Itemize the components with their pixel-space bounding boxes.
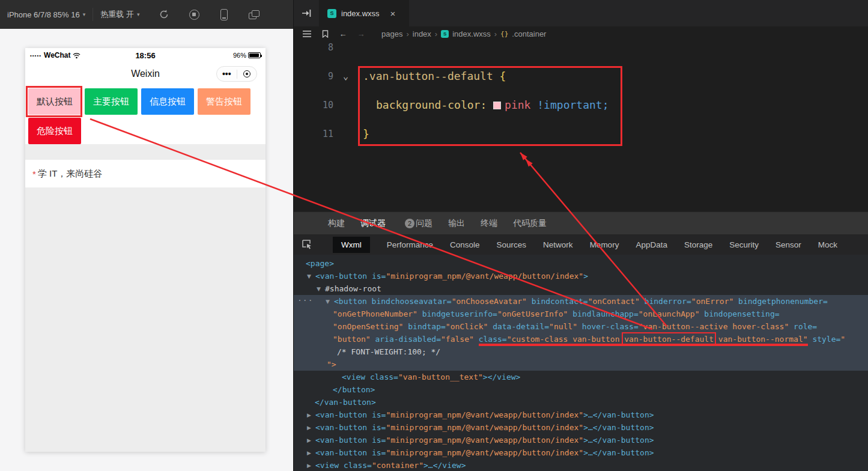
chevron-down-icon: ▾ [83,11,86,17]
debugger-tab-0[interactable]: 构建 [328,218,345,229]
debugger-subtab-security[interactable]: Security [729,240,759,249]
wxss-file-icon: S [327,9,336,18]
debugger-subtab-appdata[interactable]: AppData [636,240,667,249]
warning-button[interactable]: 警告按钮 [198,88,250,115]
wxml-tree: ... <page>▼<van-button is="miniprogram_n… [294,255,868,471]
chevron-down-icon: ▾ [137,11,140,17]
breadcrumb-separator: › [406,29,408,38]
wxml-tree-row[interactable]: </van-button> [294,396,868,409]
device-selector-dropdown[interactable]: iPhone 6/7/8 85% 16 ▾ [0,0,93,29]
expander-collapsed-icon[interactable]: ▶ [307,422,315,434]
line-number: 9 [294,62,343,91]
phone-simulator: ••••• WeChat 18:56 96% Weixin ••• [25,48,266,452]
breadcrumb-separator: › [494,29,497,38]
debugger-tab-5[interactable]: 代码质量 [513,218,547,229]
fold-chevron-icon[interactable]: ⌄ [343,62,363,91]
expander-open-icon[interactable]: ▼ [307,270,315,283]
wechat-devtools-window: iPhone 6/7/8 85% 16 ▾ 热重载 开 ▾ ••••• WeCh… [0,0,868,471]
split-window-icon[interactable] [247,8,261,21]
record-stop-icon[interactable] [187,8,201,21]
tab-index-wxss[interactable]: S index.wxss × [319,0,409,26]
outline-list-icon[interactable] [301,31,313,37]
breadcrumb-pages[interactable]: pages [381,29,402,38]
default-button[interactable]: 默认按钮 [28,88,81,115]
breadcrumb-container-rule[interactable]: .container [512,29,546,38]
wxml-tree-row[interactable]: </button> [294,383,868,396]
info-button[interactable]: 信息按钮 [141,88,194,115]
debugger-subtab-network[interactable]: Network [543,240,573,249]
inspect-element-icon[interactable] [302,240,312,249]
close-tab-icon[interactable]: × [390,8,396,19]
refresh-icon[interactable] [157,8,171,21]
expander-collapsed-icon[interactable]: ▶ [307,409,315,422]
wxml-tree-row[interactable]: "button" aria-disabled="false" class="cu… [294,333,868,345]
expander-collapsed-icon[interactable]: ▶ [307,447,315,460]
expander-open-icon[interactable]: ▼ [326,296,334,308]
expander-collapsed-icon[interactable]: ▶ [307,434,315,447]
status-right: 96% [183,52,261,59]
button-row-2: 危险按钮 [28,118,266,144]
wxml-tree-row[interactable]: "onOpenSetting" bindtap="onClick" data-d… [294,320,868,333]
wxml-tree-row[interactable]: ▶<van-button is="miniprogram_npm/@vant/w… [294,446,868,459]
required-star: * [32,169,36,179]
open-brace: { [500,70,506,82]
simulator-area: ••••• WeChat 18:56 96% Weixin ••• [0,29,293,471]
toolbar-icon-group [157,8,261,21]
debugger-subtab-wxml[interactable]: Wxml [333,237,370,253]
nav-back-icon[interactable]: ← [337,29,349,38]
line-number: 10 [294,91,343,120]
debugger-subtab-console[interactable]: Console [450,240,480,249]
expander-collapsed-icon[interactable]: ▶ [307,460,315,471]
primary-button[interactable]: 主要按钮 [85,88,138,115]
color-swatch[interactable] [493,102,501,109]
debugger-subtab-sensor[interactable]: Sensor [775,240,801,249]
css-important: !important; [537,99,609,111]
debugger-tab-2[interactable]: 问题 [416,218,432,229]
editor-region: S index.wxss × ← → pages › index › S ind… [293,0,868,471]
breadcrumb-index-wxss[interactable]: index.wxss [452,29,491,38]
debugger-subtab-sources[interactable]: Sources [497,240,527,249]
debugger-tab-1[interactable]: 调试器 [360,218,386,229]
device-preview-icon[interactable] [217,8,231,21]
wxml-tree-row[interactable]: "onGetPhoneNumber" bindgetuserinfo="onGe… [294,308,868,320]
wxml-tree-row[interactable]: "> [294,358,868,371]
miniprogram-capsule: ••• [216,66,257,82]
wxml-tree-row[interactable]: <view class="van-button__text"></view> [294,371,868,383]
debugger-tab-3[interactable]: 输出 [448,218,465,229]
hot-reload-dropdown[interactable]: 热重载 开 ▾ [93,0,147,29]
breadcrumb-index[interactable]: index [413,29,431,38]
note-text: 学 IT，来尚硅谷 [38,168,103,180]
breadcrumb: pages › index › S index.wxss › {} .conta… [381,29,546,38]
status-left: ••••• WeChat [30,51,108,59]
debugger-subtab-mock[interactable]: Mock [818,240,837,249]
debugger-subtab-storage[interactable]: Storage [684,240,712,249]
node-overflow-dots[interactable]: ... [297,294,313,303]
wxml-tree-row[interactable]: ▶<van-button is="miniprogram_npm/@vant/w… [294,409,868,421]
close-brace: } [363,127,369,140]
nav-forward-icon[interactable]: → [355,29,367,38]
bookmark-icon[interactable] [319,30,331,38]
wxml-tree-row[interactable]: ▼<van-button is="miniprogram_npm/@vant/w… [294,270,868,282]
close-minimize-icon[interactable] [237,70,257,77]
code-lines: 8 9⌄.van-button--default { 10background-… [294,41,868,148]
wxml-tree-row[interactable]: ▶<van-button is="miniprogram_npm/@vant/w… [294,421,868,434]
wxml-tree-row[interactable]: ▶<van-button is="miniprogram_npm/@vant/w… [294,434,868,446]
button-demo-section: 默认按钮 主要按钮 信息按钮 警告按钮 危险按钮 [25,85,266,144]
css-value: pink [505,99,530,111]
wifi-icon [73,52,80,59]
wxml-tree-row[interactable]: <page> [294,257,868,270]
wxml-tree-row[interactable]: ▼#shadow-root [294,282,868,295]
debugger-tab-badge: 2 [405,219,414,228]
goto-file-icon[interactable] [294,0,319,26]
debugger-tab-4[interactable]: 终端 [481,218,497,229]
code-editor[interactable]: 8 9⌄.van-button--default { 10background-… [294,41,868,211]
danger-button[interactable]: 危险按钮 [28,118,81,144]
wxml-tree-row[interactable]: ▼<button bindchooseavatar="onChooseAvata… [294,295,868,308]
wxml-tree-row[interactable]: /* FONT-WEIGHT:100; */ [294,345,868,358]
debugger-subtab-memory[interactable]: Memory [590,240,619,249]
debugger-subtab-performance[interactable]: Performance [387,240,433,249]
expander-open-icon[interactable]: ▼ [317,283,325,296]
more-options-icon[interactable]: ••• [217,71,237,77]
breadcrumb-separator: › [435,29,437,38]
wxml-tree-row[interactable]: ▶<view class="container">…</view> [294,459,868,471]
